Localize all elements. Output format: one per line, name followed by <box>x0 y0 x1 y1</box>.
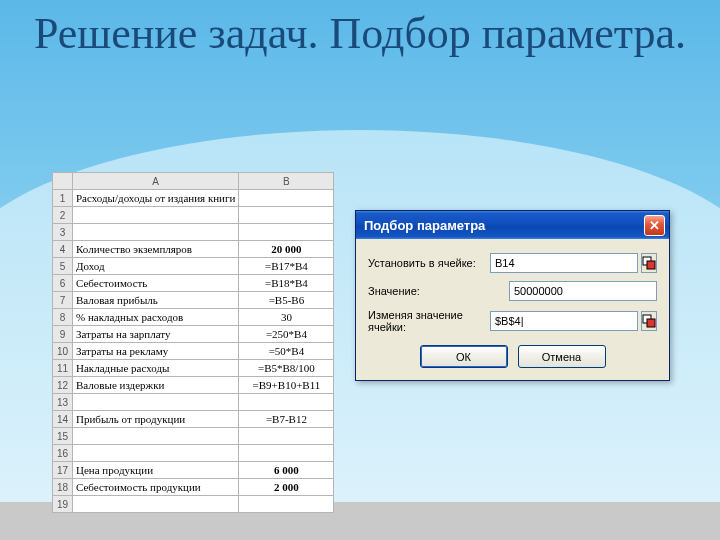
cell-a[interactable]: Количество экземпляров <box>73 241 239 258</box>
cell-b[interactable]: =B18*B4 <box>239 275 334 292</box>
table-row: 17Цена продукции6 000 <box>53 462 334 479</box>
row-header[interactable]: 5 <box>53 258 73 275</box>
row-header[interactable]: 17 <box>53 462 73 479</box>
cell-b[interactable]: 6 000 <box>239 462 334 479</box>
corner-cell <box>53 173 73 190</box>
ok-button[interactable]: ОК <box>420 345 508 368</box>
row-header[interactable]: 4 <box>53 241 73 258</box>
row-header[interactable]: 9 <box>53 326 73 343</box>
row-header[interactable]: 6 <box>53 275 73 292</box>
spreadsheet: A B 1Расходы/доходы от издания книги234К… <box>52 172 334 513</box>
cell-a[interactable] <box>73 445 239 462</box>
table-row: 10Затраты на рекламу=50*B4 <box>53 343 334 360</box>
dialog-buttons: ОК Отмена <box>368 345 657 368</box>
input-value[interactable] <box>509 281 657 301</box>
cell-a[interactable]: Доход <box>73 258 239 275</box>
close-button[interactable]: ✕ <box>644 215 665 236</box>
table-row: 9Затраты на зарплату=250*B4 <box>53 326 334 343</box>
close-icon: ✕ <box>649 218 660 233</box>
row-header[interactable]: 19 <box>53 496 73 513</box>
row-header[interactable]: 13 <box>53 394 73 411</box>
table-row: 3 <box>53 224 334 241</box>
table-row: 11Накладные расходы=B5*B8/100 <box>53 360 334 377</box>
cell-b[interactable] <box>239 394 334 411</box>
cell-a[interactable]: Себестоимость <box>73 275 239 292</box>
cell-a[interactable]: Расходы/доходы от издания книги <box>73 190 239 207</box>
row-header[interactable]: 7 <box>53 292 73 309</box>
table-row: 15 <box>53 428 334 445</box>
col-header-a[interactable]: A <box>73 173 239 190</box>
cell-a[interactable]: Накладные расходы <box>73 360 239 377</box>
svg-rect-1 <box>647 261 655 269</box>
table-row: 16 <box>53 445 334 462</box>
col-header-b[interactable]: B <box>239 173 334 190</box>
cell-b[interactable]: =B17*B4 <box>239 258 334 275</box>
row-header[interactable]: 1 <box>53 190 73 207</box>
label-set-cell: Установить в ячейке: <box>368 257 490 269</box>
row-header[interactable]: 11 <box>53 360 73 377</box>
cell-a[interactable] <box>73 428 239 445</box>
table-row: 19 <box>53 496 334 513</box>
cell-b[interactable]: 2 000 <box>239 479 334 496</box>
cell-b[interactable]: 20 000 <box>239 241 334 258</box>
row-header[interactable]: 3 <box>53 224 73 241</box>
cell-a[interactable]: Цена продукции <box>73 462 239 479</box>
row-header[interactable]: 18 <box>53 479 73 496</box>
cell-a[interactable] <box>73 224 239 241</box>
cell-b[interactable] <box>239 190 334 207</box>
input-set-cell[interactable] <box>490 253 638 273</box>
label-value: Значение: <box>368 285 509 297</box>
table-row: 2 <box>53 207 334 224</box>
cell-a[interactable]: % накладных расходов <box>73 309 239 326</box>
svg-rect-3 <box>647 319 655 327</box>
slide-title: Решение задач. Подбор параметра. <box>0 0 720 58</box>
cell-b[interactable] <box>239 445 334 462</box>
row-header[interactable]: 15 <box>53 428 73 445</box>
dialog-titlebar[interactable]: Подбор параметра ✕ <box>356 211 669 239</box>
cell-b[interactable]: =B7-B12 <box>239 411 334 428</box>
input-changing[interactable] <box>490 311 638 331</box>
row-header[interactable]: 8 <box>53 309 73 326</box>
table-row: 6Себестоимость=B18*B4 <box>53 275 334 292</box>
cell-b[interactable] <box>239 428 334 445</box>
cell-a[interactable]: Валовая прибыль <box>73 292 239 309</box>
dialog-title: Подбор параметра <box>364 218 644 233</box>
row-changing: Изменяя значение ячейки: <box>368 309 657 333</box>
cell-b[interactable] <box>239 207 334 224</box>
row-header[interactable]: 12 <box>53 377 73 394</box>
cell-a[interactable] <box>73 207 239 224</box>
ref-picker-setcell[interactable] <box>641 253 657 273</box>
table-row: 5Доход=B17*B4 <box>53 258 334 275</box>
cell-b[interactable]: =50*B4 <box>239 343 334 360</box>
cell-b[interactable]: =B9+B10+B11 <box>239 377 334 394</box>
table-row: 4Количество экземпляров20 000 <box>53 241 334 258</box>
label-changing: Изменяя значение ячейки: <box>368 309 490 333</box>
row-header[interactable]: 14 <box>53 411 73 428</box>
row-set-cell: Установить в ячейке: <box>368 253 657 273</box>
row-header[interactable]: 2 <box>53 207 73 224</box>
cell-b[interactable]: =B5*B8/100 <box>239 360 334 377</box>
collapse-dialog-icon <box>642 314 656 328</box>
goal-seek-dialog: Подбор параметра ✕ Установить в ячейке: … <box>355 210 670 381</box>
cell-b[interactable]: =B5-B6 <box>239 292 334 309</box>
table-row: 8% накладных расходов30 <box>53 309 334 326</box>
cell-a[interactable]: Прибыль от продукции <box>73 411 239 428</box>
table-row: 7Валовая прибыль=B5-B6 <box>53 292 334 309</box>
cell-b[interactable] <box>239 224 334 241</box>
table-row: 12Валовые издержки=B9+B10+B11 <box>53 377 334 394</box>
cell-a[interactable]: Затраты на зарплату <box>73 326 239 343</box>
row-header[interactable]: 16 <box>53 445 73 462</box>
cell-a[interactable] <box>73 394 239 411</box>
cell-a[interactable]: Затраты на рекламу <box>73 343 239 360</box>
cell-a[interactable] <box>73 496 239 513</box>
cell-b[interactable] <box>239 496 334 513</box>
cell-a[interactable]: Себестоимость продукции <box>73 479 239 496</box>
dialog-body: Установить в ячейке: Значение: Изменяя з… <box>356 239 669 380</box>
ref-picker-changing[interactable] <box>641 311 657 331</box>
cell-b[interactable]: 30 <box>239 309 334 326</box>
cell-a[interactable]: Валовые издержки <box>73 377 239 394</box>
cell-b[interactable]: =250*B4 <box>239 326 334 343</box>
cancel-button[interactable]: Отмена <box>518 345 606 368</box>
row-header[interactable]: 10 <box>53 343 73 360</box>
table-row: 1Расходы/доходы от издания книги <box>53 190 334 207</box>
